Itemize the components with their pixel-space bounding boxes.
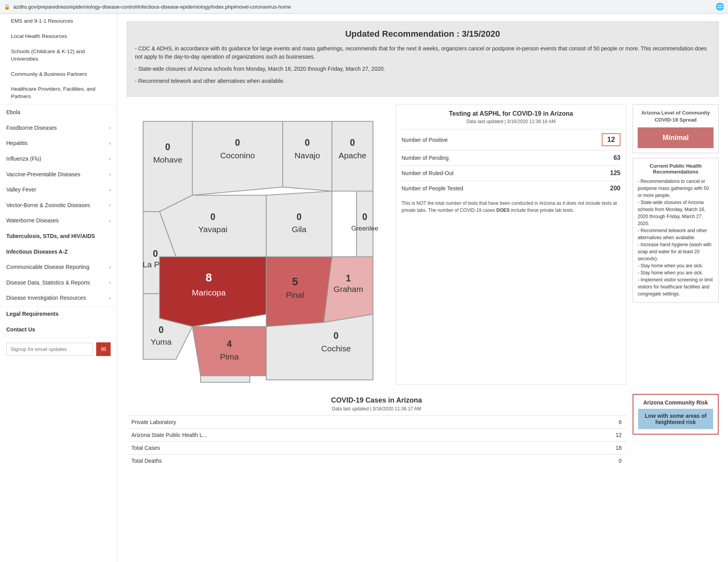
testing-title: Testing at ASPHL for COVID-19 in Arizona [402,110,620,117]
recommendation-para-3: - Recommend telework and other alternati… [135,77,710,85]
chevron-right-icon: › [109,279,111,286]
community-risk-box: Arizona Community Risk Low with some are… [633,394,719,435]
recommendation-para-2: - State-wide closures of Arizona schools… [135,65,710,73]
sidebar-item-legal[interactable]: Legal Requirements [0,306,117,322]
middle-row: 0 Mohave 0 Coconino 0 Navajo 0 Apache [127,104,719,385]
chevron-right-icon: › [109,140,111,147]
total-deaths-label: Total Deaths [127,455,549,467]
cases-title: COVID-19 Cases in Arizona [127,396,626,404]
svg-text:4: 4 [227,339,232,349]
sidebar: EMS and 9-1-1 Resources Local Health Res… [0,14,117,562]
main-content: Updated Recommendation : 3/15/2020 - CDC… [117,14,728,562]
sidebar-item-ems[interactable]: EMS and 9-1-1 Resources [0,14,117,29]
public-health-recommendations: - Recommendations to cancel or postpone … [638,178,714,297]
sidebar-item-schools[interactable]: Schools (Childcare & K-12) and Universit… [0,44,117,67]
cases-section: COVID-19 Cases in Arizona Data last upda… [127,392,626,467]
asphl-value: 12 [549,429,626,442]
sidebar-item-influenza[interactable]: Influenza (Flu) › [0,151,117,167]
chevron-right-icon: › [109,295,111,302]
chevron-right-icon: › [109,171,111,178]
testing-row-ruled-out: Number of Ruled-Out 125 [402,165,620,181]
svg-text:8: 8 [206,271,212,284]
browser-url: azdhs.gov/preparedness/epidemiology-dise… [13,4,712,10]
testing-row-positive: Number of Positive 12 [402,129,620,150]
total-cases-value: 18 [549,442,626,455]
sidebar-item-vector-borne[interactable]: Vector-Borne & Zoonotic Diseases › [0,198,117,213]
svg-text:0: 0 [235,138,240,148]
svg-text:Pima: Pima [220,352,239,361]
svg-text:0: 0 [297,212,302,222]
email-input[interactable] [6,343,93,356]
svg-text:0: 0 [305,138,310,148]
people-tested-label: Number of People Tested [402,185,463,192]
chevron-right-icon: › [109,264,111,271]
public-health-title: Current Public Health Recommendations [638,163,714,175]
pima-county [192,327,266,376]
svg-text:Mohave: Mohave [153,155,183,164]
svg-text:Yavapai: Yavapai [198,225,227,234]
sidebar-item-valley-fever[interactable]: Valley Fever › [0,182,117,198]
svg-text:0: 0 [159,325,164,335]
table-row: Private Laboratory 6 [127,416,626,429]
sidebar-item-local-health[interactable]: Local Health Resources [0,29,117,44]
sidebar-item-waterborne[interactable]: Waterborne Diseases › [0,213,117,229]
cases-table: Private Laboratory 6 Arizona State Publi… [127,415,626,467]
recommendation-para-1: - CDC & ADHS, in accordance with its gui… [135,45,710,61]
sidebar-item-communicable[interactable]: Communicable Disease Reporting › [0,260,117,275]
chevron-right-icon: › [109,187,111,193]
ruled-out-label: Number of Ruled-Out [402,170,454,176]
table-row: Total Cases 18 [127,442,626,455]
sidebar-item-community-business[interactable]: Community & Business Partners [0,67,117,82]
testing-row-pending: Number of Pending 63 [402,150,620,165]
email-signup-section: ✉ [0,338,117,361]
svg-text:1: 1 [346,273,351,283]
gila-county [266,191,332,257]
sidebar-item-vaccine[interactable]: Vaccine-Preventable Diseases › [0,167,117,183]
sidebar-item-disease-investigation[interactable]: Disease Investigation Resources › [0,290,117,306]
people-tested-value: 200 [610,185,620,192]
testing-note: This is NOT the total number of tests th… [402,200,620,214]
sidebar-item-healthcare[interactable]: Healthcare Providers, Facilities, and Pa… [0,82,117,104]
recommendation-box: Updated Recommendation : 3/15/2020 - CDC… [127,21,719,97]
sidebar-item-infectious-az[interactable]: Infectious Diseases A-Z [0,244,117,260]
positive-label: Number of Positive [402,137,448,143]
email-submit-button[interactable]: ✉ [96,342,111,356]
sidebar-item-disease-data[interactable]: Disease Data, Statistics & Reports › [0,275,117,291]
svg-text:Yuma: Yuma [151,337,172,346]
chevron-right-icon: › [109,218,111,224]
svg-text:0: 0 [165,142,170,152]
table-row: Arizona State Public Health L... 12 [127,429,626,442]
svg-text:Maricopa: Maricopa [192,288,226,297]
testing-last-updated: Data last updated | 3/16/2020 11:36:18 A… [402,119,620,124]
bottom-row: COVID-19 Cases in Arizona Data last upda… [127,392,719,467]
svg-text:Navajo: Navajo [294,151,320,160]
az-map-area: 0 Mohave 0 Coconino 0 Navajo 0 Apache [127,104,389,385]
svg-text:Graham: Graham [334,285,363,294]
sidebar-top-section: EMS and 9-1-1 Resources Local Health Res… [0,14,117,105]
public-health-box: Current Public Health Recommendations - … [633,158,719,302]
svg-text:5: 5 [292,276,298,288]
translate-icon[interactable]: 🌐 [715,2,724,11]
svg-text:Coconino: Coconino [220,151,255,160]
mohave-county [143,122,192,212]
svg-text:Greenlee: Greenlee [351,225,378,232]
pending-label: Number of Pending [402,155,449,161]
svg-text:0: 0 [350,138,355,148]
arizona-map-svg: 0 Mohave 0 Coconino 0 Navajo 0 Apache [127,104,389,385]
community-spread-title: Arizona Level of Community COVID-19 Spre… [638,109,714,123]
community-risk-level: Low with some areas of heightened risk [638,409,713,429]
sidebar-bottom-section: Legal Requirements Contact Us [0,306,117,338]
sidebar-item-contact[interactable]: Contact Us [0,322,117,338]
recommendation-title: Updated Recommendation : 3/15/2020 [135,29,710,39]
sidebar-item-hepatitis[interactable]: Hepatitis › [0,136,117,151]
chevron-right-icon: › [109,202,111,209]
svg-text:0: 0 [210,212,215,222]
sidebar-item-foodborne[interactable]: Foodborne Diseases › [0,120,117,136]
private-lab-value: 6 [549,416,626,429]
sidebar-item-ebola[interactable]: Ebola [0,105,117,120]
community-spread-box: Arizona Level of Community COVID-19 Spre… [633,104,719,153]
sidebar-item-tuberculosis[interactable]: Tuberculosis, STDs, and HIV/AIDS [0,229,117,244]
testing-row-people-tested: Number of People Tested 200 [402,181,620,196]
pending-value: 63 [613,154,620,161]
greenlee-county [357,191,373,257]
